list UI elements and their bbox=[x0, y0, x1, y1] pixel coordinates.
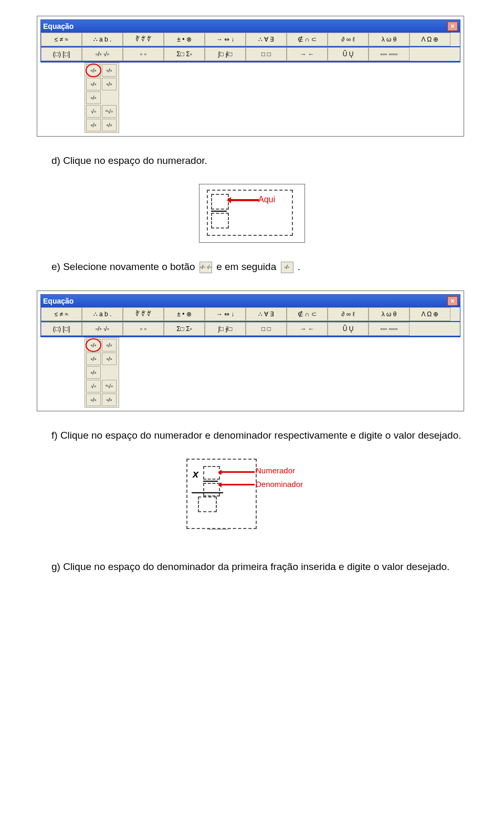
root-template[interactable]: ⁿ√▫ bbox=[102, 380, 117, 392]
palette-cell-fractions[interactable]: ▫/▫ √▫ bbox=[82, 47, 123, 61]
aqui-label: Aqui bbox=[258, 195, 275, 204]
palette-cell[interactable]: ∴ ∀ ∃ bbox=[246, 33, 287, 46]
fraction-template[interactable]: ▫/▫ bbox=[86, 91, 101, 104]
fraction-template-highlighted[interactable]: ▫/▫ bbox=[86, 64, 101, 77]
fraction-template[interactable]: ▫/▫ bbox=[86, 366, 101, 379]
palette-cell[interactable]: Ũ Ų bbox=[328, 47, 369, 61]
arrow-icon bbox=[230, 199, 259, 201]
palette-cell[interactable]: → ⇔ ↓ bbox=[205, 307, 246, 321]
palette-cell[interactable]: Ũ Ų bbox=[328, 322, 369, 336]
palette-cell[interactable]: ∉ ∩ ⊂ bbox=[287, 307, 328, 321]
fraction-template[interactable]: ▫/▫ bbox=[102, 339, 117, 351]
palette-cell[interactable]: ▫▫▫ ▫▫▫▫ bbox=[369, 322, 410, 336]
palette-cell[interactable]: ∴ a b . bbox=[82, 33, 123, 46]
toolbar-row-1: ≤ ≠ ≈ ∴ a b . ∛ ∜ ∜ ± • ⊗ → ⇔ ↓ ∴ ∀ ∃ ∉ … bbox=[41, 33, 460, 47]
fraction-template[interactable]: ▫/▫ bbox=[102, 119, 117, 131]
toolbar-row-2: (□) [□] ▫/▫ √▫ ▫ ▫ Σ□ Σ▫ ∫□ ∮□ □ □ → ← Ũ… bbox=[41, 47, 460, 62]
denominador-label: Denominador bbox=[256, 480, 303, 489]
palette-cell[interactable]: Σ□ Σ▫ bbox=[164, 47, 205, 61]
outer-denominator-slot bbox=[198, 496, 217, 512]
step-f-text: f) Clique no espaço do numerador e denom… bbox=[51, 427, 467, 444]
palette-cell[interactable]: ∂ ∞ ℓ bbox=[328, 307, 369, 321]
palette-cell[interactable]: ∫□ ∮□ bbox=[205, 322, 246, 336]
palette-cell[interactable]: ∛ ∜ ∜ bbox=[123, 33, 164, 46]
palette-cell[interactable]: → ⇔ ↓ bbox=[205, 33, 246, 46]
palette-cell[interactable]: λ ω θ bbox=[369, 307, 410, 321]
close-icon[interactable]: × bbox=[447, 296, 458, 306]
equation-toolbar-figure-2: Equação × ≤ ≠ ≈ ∴ a b . ∛ ∜ ∜ ± • ⊗ → ⇔ … bbox=[37, 291, 464, 411]
palette-cell[interactable]: (□) [□] bbox=[41, 322, 82, 336]
step-e-end: . bbox=[298, 261, 300, 272]
palette-cell[interactable]: ∉ ∩ ⊂ bbox=[287, 33, 328, 46]
toolbar-row-2: (□) [□] ▫/▫ √▫ ▫ ▫ Σ□ Σ▫ ∫□ ∮□ □ □ → ← Ũ… bbox=[41, 322, 460, 337]
palette-cell[interactable]: ± • ⊗ bbox=[164, 33, 205, 46]
fraction-template[interactable]: ▫/▫ bbox=[86, 78, 101, 90]
fraction-root-palette-icon: ▫/▫ √▫ bbox=[200, 262, 212, 273]
fraction-template-highlighted[interactable]: ▫/▫ bbox=[86, 339, 101, 351]
num-den-illustration: x Numerador Denominador bbox=[186, 459, 318, 537]
root-template[interactable]: ⁿ√▫ bbox=[102, 105, 117, 118]
palette-cell[interactable]: Λ Ω ⊕ bbox=[410, 307, 450, 321]
numerador-label: Numerador bbox=[256, 466, 295, 475]
palette-cell[interactable]: ∛ ∜ ∜ bbox=[123, 307, 164, 321]
numerator-click-illustration: Aqui bbox=[199, 184, 305, 243]
root-template[interactable]: √▫ bbox=[86, 105, 101, 118]
step-e-pre: e) Selecione novamente o botão bbox=[51, 261, 198, 272]
palette-cell[interactable]: ∴ a b . bbox=[82, 307, 123, 321]
palette-cell[interactable]: ∫□ ∮□ bbox=[205, 47, 246, 61]
fraction-template[interactable]: ▫/▫ bbox=[102, 64, 117, 77]
palette-cell[interactable]: → ← bbox=[287, 47, 328, 61]
close-icon[interactable]: × bbox=[447, 22, 458, 31]
equation-titlebar: Equação × bbox=[41, 295, 460, 307]
equation-title-text: Equação bbox=[43, 22, 74, 30]
palette-cell[interactable]: (□) [□] bbox=[41, 47, 82, 61]
palette-cell[interactable]: ∴ ∀ ∃ bbox=[246, 307, 287, 321]
palette-cell-fractions[interactable]: ▫/▫ √▫ bbox=[82, 322, 123, 336]
palette-cell[interactable]: λ ω θ bbox=[369, 33, 410, 46]
step-g-text: g) Clique no espaço do denominador da pr… bbox=[51, 558, 467, 575]
equation-title-text: Equação bbox=[43, 297, 74, 305]
arrow-icon bbox=[221, 471, 255, 473]
fraction-template[interactable]: ▫/▫ bbox=[102, 353, 117, 365]
step-e-mid: e em seguida bbox=[216, 261, 279, 272]
fraction-dropdown: ▫/▫ ▫/▫ ▫/▫ ▫/▫ ▫/▫ √▫ ⁿ√▫ ▫/▫ ▫/▫ bbox=[85, 63, 119, 133]
palette-cell[interactable]: ± • ⊗ bbox=[164, 307, 205, 321]
equation-window: Equação × ≤ ≠ ≈ ∴ a b . ∛ ∜ ∜ ± • ⊗ → ⇔ … bbox=[40, 19, 460, 63]
fraction-dropdown: ▫/▫ ▫/▫ ▫/▫ ▫/▫ ▫/▫ √▫ ⁿ√▫ ▫/▫ ▫/▫ bbox=[85, 337, 119, 408]
denominator-slot bbox=[211, 213, 229, 229]
root-template[interactable]: √▫ bbox=[86, 380, 101, 392]
fraction-template-icon: ▫/▫ bbox=[281, 262, 293, 273]
fraction-template[interactable]: ▫/▫ bbox=[102, 393, 117, 406]
step-d-text: d) Clique no espaço do numerador. bbox=[51, 152, 467, 169]
palette-cell[interactable]: ▫ ▫ bbox=[123, 322, 164, 336]
step-e-text: e) Selecione novamente o botão ▫/▫ √▫ e … bbox=[51, 258, 467, 275]
palette-cell[interactable]: □ □ bbox=[246, 47, 287, 61]
equation-window: Equação × ≤ ≠ ≈ ∴ a b . ∛ ∜ ∜ ± • ⊗ → ⇔ … bbox=[40, 294, 460, 337]
palette-cell[interactable]: Λ Ω ⊕ bbox=[410, 33, 450, 46]
palette-cell[interactable]: ≤ ≠ ≈ bbox=[41, 307, 82, 321]
fraction-template[interactable]: ▫/▫ bbox=[86, 353, 101, 365]
equation-titlebar: Equação × bbox=[41, 20, 460, 33]
palette-cell[interactable]: → ← bbox=[287, 322, 328, 336]
fraction-template[interactable]: ▫/▫ bbox=[86, 119, 101, 131]
palette-cell[interactable]: ∂ ∞ ℓ bbox=[328, 33, 369, 46]
palette-cell[interactable]: ▫▫▫ ▫▫▫▫ bbox=[369, 47, 410, 61]
fraction-template[interactable]: ▫/▫ bbox=[102, 78, 117, 90]
equation-toolbar-figure-1: Equação × ≤ ≠ ≈ ∴ a b . ∛ ∜ ∜ ± • ⊗ → ⇔ … bbox=[37, 16, 464, 137]
arrow-icon bbox=[221, 484, 255, 485]
palette-cell[interactable]: ≤ ≠ ≈ bbox=[41, 33, 82, 46]
palette-cell[interactable]: Σ□ Σ▫ bbox=[164, 322, 205, 336]
fraction-template[interactable]: ▫/▫ bbox=[86, 393, 101, 406]
toolbar-row-1: ≤ ≠ ≈ ∴ a b . ∛ ∜ ∜ ± • ⊗ → ⇔ ↓ ∴ ∀ ∃ ∉ … bbox=[41, 307, 460, 322]
palette-cell[interactable]: ▫ ▫ bbox=[123, 47, 164, 61]
numerator-slot bbox=[211, 194, 229, 210]
palette-cell[interactable]: □ □ bbox=[246, 322, 287, 336]
variable-x: x bbox=[193, 468, 198, 480]
